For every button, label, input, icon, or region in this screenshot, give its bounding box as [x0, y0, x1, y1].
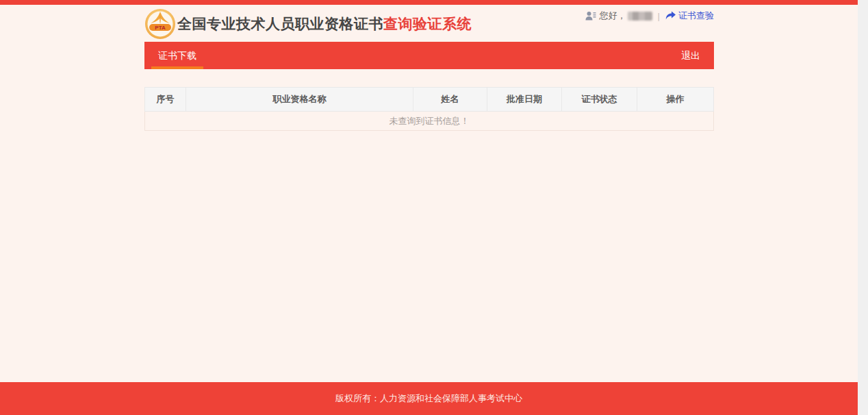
svg-text:PTA: PTA — [155, 25, 166, 31]
greeting-text: 您好， — [600, 10, 626, 22]
col-qualification-name: 职业资格名称 — [186, 88, 413, 112]
certificates-table-wrap: 序号 职业资格名称 姓名 批准日期 证书状态 操作 未查询到证书信息！ — [144, 87, 714, 131]
scrollbar-track[interactable] — [858, 0, 868, 415]
forward-arrow-icon — [665, 11, 676, 21]
page-title-main: 全国专业技术人员职业资格证书 — [177, 16, 383, 32]
table-header-row: 序号 职业资格名称 姓名 批准日期 证书状态 操作 — [145, 88, 714, 112]
empty-message: 未查询到证书信息！ — [145, 112, 714, 131]
user-name-redacted — [628, 12, 652, 21]
certificates-table: 序号 职业资格名称 姓名 批准日期 证书状态 操作 未查询到证书信息！ — [144, 87, 714, 131]
pta-logo-icon: PTA — [144, 8, 176, 40]
top-accent-bar — [0, 0, 858, 5]
copyright-text: 版权所有：人力资源和社会保障部人事考试中心 — [335, 392, 522, 405]
user-bar: 您好， | 证书查验 — [585, 10, 714, 22]
tab-certificate-download[interactable]: 证书下载 — [144, 42, 210, 69]
separator: | — [658, 11, 660, 21]
logout-button[interactable]: 退出 — [667, 42, 714, 69]
col-certificate-status: 证书状态 — [562, 88, 637, 112]
col-actions: 操作 — [637, 88, 714, 112]
col-approval-date: 批准日期 — [487, 88, 562, 112]
empty-row: 未查询到证书信息！ — [145, 112, 714, 131]
brand: PTA 全国专业技术人员职业资格证书查询验证系统 — [144, 8, 472, 40]
page-title: 全国专业技术人员职业资格证书查询验证系统 — [177, 14, 472, 34]
page-header: PTA 全国专业技术人员职业资格证书查询验证系统 您好， | 证书查验 — [144, 5, 714, 42]
active-tab-indicator — [151, 66, 203, 69]
col-index: 序号 — [145, 88, 186, 112]
verify-link-label: 证书查验 — [678, 10, 714, 22]
col-name: 姓名 — [413, 88, 487, 112]
main-nav: 证书下载 退出 — [144, 42, 714, 69]
page-title-accent: 查询验证系统 — [383, 16, 472, 32]
page-background: PTA 全国专业技术人员职业资格证书查询验证系统 您好， | 证书查验 — [0, 0, 858, 415]
user-icon — [585, 11, 596, 21]
page-footer: 版权所有：人力资源和社会保障部人事考试中心 — [0, 382, 858, 415]
certificate-verify-link[interactable]: 证书查验 — [665, 10, 714, 22]
tab-label: 证书下载 — [158, 50, 196, 61]
